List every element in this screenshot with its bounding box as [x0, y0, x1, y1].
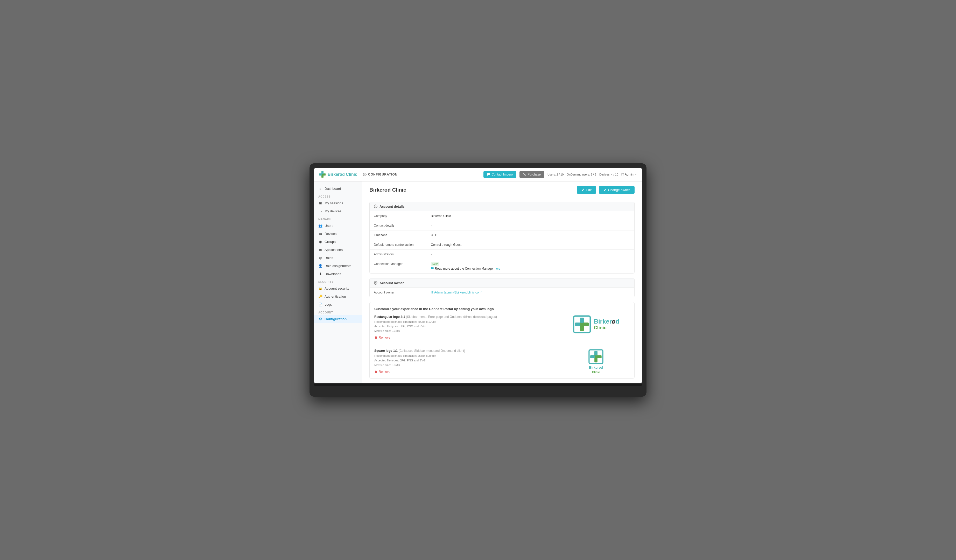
connection-manager-row: Connection Manager New Read more about t…	[370, 259, 634, 273]
account-owner-header: Account owner	[370, 278, 634, 288]
admin-menu[interactable]: IT Admin	[621, 173, 637, 176]
screen: Birkerød Clinic CONFIGURATION Contact Im…	[314, 168, 642, 384]
connection-manager-link[interactable]: here	[495, 267, 500, 270]
svg-rect-14	[575, 322, 580, 326]
clinic-logo-small: Birkerød Clinic	[588, 349, 604, 374]
sidebar-item-configuration[interactable]: ⚙ Configuration	[314, 315, 362, 323]
sidebar-item-roles[interactable]: ◎ Roles	[314, 254, 362, 262]
role-assignments-icon: 👤	[318, 264, 322, 268]
sidebar-section-account: ACCOUNT	[314, 308, 362, 315]
administrators-row: Administrators -	[370, 250, 634, 259]
company-row: Company Birkerod Clinic	[370, 211, 634, 221]
svg-rect-18	[594, 351, 598, 356]
account-details-header: Account details	[370, 202, 634, 211]
rectangular-logo-info: Rectangular logo 4:1 (Sidebar menu, Erro…	[374, 315, 552, 340]
clinic-logo-large: Birkerød Clinic	[572, 315, 620, 333]
sidebar-section-manage: MANAGE	[314, 215, 362, 222]
logo-upload-section: Customize your experience in the Connect…	[370, 302, 635, 379]
devices-stat: Devices: 4 / 10	[599, 173, 618, 176]
new-badge: New	[431, 263, 439, 266]
logo-section-title: Customize your experience in the Connect…	[374, 307, 630, 311]
sidebar-item-downloads[interactable]: ⬇ Downloads	[314, 270, 362, 278]
sidebar-section-access: ACCESS	[314, 193, 362, 199]
groups-icon: ◉	[318, 240, 322, 244]
devices-sidebar-icon: ▭	[318, 209, 322, 213]
top-bar-right: Contact Impero Purchase Users: 2 / 10 On…	[483, 171, 637, 178]
admin-label: IT Admin	[621, 173, 634, 176]
square-logo-meta: Recommended image dimension: 256px x 256…	[374, 354, 552, 367]
square-logo-info: Square logo 1:1 (Collapsed Sidebar menu …	[374, 349, 552, 374]
rect-logo-remove-button[interactable]: Remove	[374, 336, 390, 339]
sidebar-item-my-devices[interactable]: ▭ My devices	[314, 207, 362, 215]
sidebar-item-dashboard[interactable]: ⌂ Dashboard	[314, 185, 362, 193]
app-logo: Birkerød Clinic	[319, 171, 360, 178]
sidebar-item-role-assignments[interactable]: 👤 Role assignments	[314, 262, 362, 270]
page-config-label: CONFIGURATION	[363, 173, 481, 176]
content-area: Birkerod Clinic Edit Change owner	[362, 181, 642, 384]
svg-point-5	[375, 206, 376, 207]
default-remote-row: Default remote control action Control th…	[370, 240, 634, 250]
logo-icon	[319, 171, 326, 178]
rect-logo-meta: Recommended image dimension: 400px x 100…	[374, 320, 552, 333]
sidebar-section-security: SECURITY	[314, 278, 362, 285]
change-owner-button[interactable]: Change owner	[599, 186, 635, 193]
purchase-button[interactable]: Purchase	[519, 171, 544, 178]
content-actions: Edit Change owner	[577, 186, 635, 193]
square-logo-row: Square logo 1:1 (Collapsed Sidebar menu …	[374, 349, 630, 374]
sidebar-item-my-sessions[interactable]: ⊞ My sessions	[314, 199, 362, 207]
account-details-section: Account details Company Birkerod Clinic …	[370, 202, 635, 274]
rectangular-logo-preview: Birkerød Clinic	[562, 315, 630, 333]
sessions-icon: ⊞	[318, 201, 322, 205]
square-logo-preview: Birkerød Clinic	[562, 349, 630, 374]
lock-icon: 🔒	[318, 286, 322, 290]
ondemand-stat: OnDemand users: 2 / 5	[567, 173, 596, 176]
svg-rect-13	[580, 318, 584, 323]
content-header: Birkerod Clinic Edit Change owner	[362, 181, 642, 197]
key-icon: 🔑	[318, 294, 322, 299]
rectangular-logo-row: Rectangular logo 4:1 (Sidebar menu, Erro…	[374, 315, 630, 344]
sidebar-item-logs[interactable]: 📄 Logs	[314, 300, 362, 308]
square-logo-remove-button[interactable]: Remove	[374, 370, 390, 374]
contact-details-row: Contact details -	[370, 221, 634, 230]
config-icon: ⚙	[318, 317, 322, 321]
sidebar-item-applications[interactable]: ⊞ Applications	[314, 246, 362, 254]
sidebar: ⌂ Dashboard ACCESS ⊞ My sessions ▭ My de…	[314, 181, 362, 384]
account-owner-value[interactable]: IT Admin [admin@birkerodclinic.com]	[431, 291, 482, 294]
sidebar-item-devices[interactable]: ▭ Devices	[314, 230, 362, 238]
main-layout: ⌂ Dashboard ACCESS ⊞ My sessions ▭ My de…	[314, 181, 642, 384]
roles-icon: ◎	[318, 256, 322, 260]
sidebar-item-users[interactable]: 👥 Users	[314, 222, 362, 230]
monitor-icon: ▭	[318, 232, 322, 236]
home-icon: ⌂	[318, 187, 322, 190]
downloads-icon: ⬇	[318, 272, 322, 276]
applications-icon: ⊞	[318, 248, 322, 252]
page-title: Birkerod Clinic	[370, 187, 406, 193]
users-icon: 👥	[318, 224, 322, 228]
svg-point-9	[375, 282, 376, 283]
sidebar-item-account-security[interactable]: 🔒 Account security	[314, 285, 362, 293]
laptop-frame: Birkerød Clinic CONFIGURATION Contact Im…	[310, 163, 646, 397]
top-bar: Birkerød Clinic CONFIGURATION Contact Im…	[314, 168, 642, 181]
account-owner-row: Account owner IT Admin [admin@birkerodcl…	[370, 288, 634, 297]
users-stat: Users: 2 / 10	[547, 173, 563, 176]
logs-icon: 📄	[318, 302, 322, 307]
laptop-base-bar	[314, 384, 642, 386]
account-owner-section: Account owner Account owner IT Admin [ad…	[370, 278, 635, 297]
edit-button[interactable]: Edit	[577, 186, 596, 193]
svg-point-4	[364, 174, 365, 175]
app-name: Birkerød Clinic	[328, 172, 357, 177]
svg-rect-3	[319, 173, 322, 176]
svg-rect-19	[590, 356, 594, 359]
timezone-row: Timezone UTC	[370, 230, 634, 240]
contact-impero-button[interactable]: Contact Impero	[483, 171, 516, 178]
sidebar-item-groups[interactable]: ◉ Groups	[314, 238, 362, 246]
sidebar-item-authentication[interactable]: 🔑 Authentication	[314, 293, 362, 300]
